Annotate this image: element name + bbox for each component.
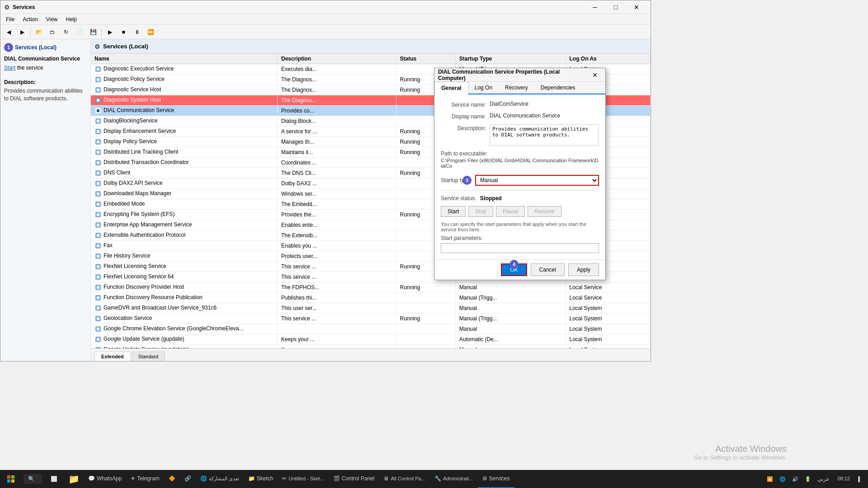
- tb-start[interactable]: ▶: [104, 26, 116, 38]
- menu-view[interactable]: View: [42, 15, 61, 23]
- startup-type-select[interactable]: Manual Automatic Automatic (Delayed Star…: [475, 175, 599, 186]
- menu-file[interactable]: File: [2, 15, 18, 23]
- taskbar-app-whatsapp[interactable]: 💬 WhatsApp: [84, 470, 126, 488]
- tab-extended[interactable]: Extended: [94, 352, 131, 361]
- cell-desc: The Extensib...: [278, 230, 396, 241]
- tb-stop[interactable]: ■: [117, 26, 130, 38]
- search-icon: 🔍: [28, 476, 35, 482]
- taskbar-app-bandicam[interactable]: 🎬 Control Panel: [329, 470, 379, 488]
- description-textarea[interactable]: Provides communication abilities to DIAL…: [490, 124, 599, 146]
- tb-restart[interactable]: ⏩: [144, 26, 157, 38]
- cell-name: Extensible Authentication Protocol: [91, 230, 278, 241]
- svg-rect-31: [97, 224, 99, 226]
- close-button[interactable]: ✕: [626, 0, 647, 14]
- col-logon[interactable]: Log On As: [566, 54, 651, 64]
- taskbar-app-sketch[interactable]: ✏ Untitled - Sket...: [278, 470, 328, 488]
- tb-export[interactable]: 📄: [73, 26, 86, 38]
- dialog-tab-general[interactable]: General: [434, 82, 468, 94]
- taskbar-app-folders[interactable]: 📁: [64, 470, 84, 488]
- cell-name: Embedded Mode: [91, 199, 278, 210]
- controlpanel-label: All Control Pa...: [391, 476, 425, 481]
- col-startup[interactable]: Startup Type: [455, 54, 566, 64]
- activate-watermark: Activate Windows Go to Settings to activ…: [694, 444, 787, 461]
- services-header-bar: ⚙ Services (Local): [91, 39, 651, 54]
- col-status[interactable]: Status: [396, 54, 455, 64]
- tray-battery[interactable]: 🔋: [802, 470, 814, 488]
- svg-rect-7: [97, 99, 99, 102]
- dialog-tab-dependencies[interactable]: Dependencies: [534, 82, 582, 94]
- tb-up[interactable]: 📂: [33, 26, 45, 38]
- taskbar-search[interactable]: 🔍: [24, 474, 42, 484]
- taskbar-app-explorer[interactable]: 📁 Sketch: [244, 470, 278, 488]
- start-params-input[interactable]: [441, 243, 599, 253]
- menu-action[interactable]: Action: [19, 15, 41, 23]
- cell-startup: Manual: [455, 345, 566, 349]
- tray-network[interactable]: 🌐: [777, 470, 788, 488]
- tab-standard[interactable]: Standard: [132, 352, 165, 361]
- taskbar-app-orange[interactable]: 🔶: [164, 470, 180, 488]
- table-row[interactable]: Function Discovery Provider Host The FDP…: [91, 282, 651, 293]
- taskbar-app-controlpanel[interactable]: 🖥 All Control Pa...: [379, 470, 429, 488]
- dialog-close-button[interactable]: ✕: [588, 68, 602, 82]
- explorer-icon: 📁: [248, 475, 255, 482]
- show-desktop[interactable]: ▌: [855, 470, 864, 488]
- start-button[interactable]: [0, 470, 22, 488]
- system-tray: 🔼 🌐 🔊 🔋 عربي 08:12 ▌: [764, 470, 868, 488]
- taskbar-app-share[interactable]: 🔗: [180, 470, 196, 488]
- taskbar-app-telegram[interactable]: ✈ Telegram: [126, 470, 164, 488]
- table-row[interactable]: Geolocation Service This service ... Run…: [91, 314, 651, 324]
- col-name[interactable]: Name: [91, 54, 278, 64]
- dialog-tab-recovery[interactable]: Recovery: [499, 82, 534, 94]
- apply-button[interactable]: Apply: [568, 263, 599, 276]
- stop-button[interactable]: Stop: [468, 206, 493, 217]
- cancel-button[interactable]: Cancel: [531, 263, 565, 276]
- start-service-link[interactable]: Start: [4, 65, 15, 71]
- tb-forward[interactable]: ▶: [16, 26, 28, 38]
- cell-desc: The Diagnos...: [278, 95, 396, 106]
- cell-name: Encrypting File System (EFS): [91, 210, 278, 220]
- tb-folder[interactable]: 🗀: [46, 26, 59, 38]
- cell-name: Dolby DAX2 API Service: [91, 178, 278, 189]
- tray-arabic-lang[interactable]: عربي: [815, 470, 832, 488]
- tb-back[interactable]: ◀: [2, 26, 15, 38]
- table-row[interactable]: Google Update Service (gupdatem) Keeps y…: [91, 345, 651, 349]
- svg-rect-11: [97, 120, 99, 122]
- tb-pause[interactable]: ⏸: [131, 26, 143, 38]
- taskbar-app-admintools[interactable]: 🔧 Administrati...: [430, 470, 478, 488]
- cell-name: Diagnostic Execution Service: [91, 64, 278, 75]
- taskbar-app-arabic[interactable]: 🌐 تعدى المشاركة: [196, 470, 244, 488]
- path-label: Path to executable:: [441, 150, 599, 157]
- svg-rect-35: [97, 244, 99, 247]
- table-row[interactable]: Function Discovery Resource Publication …: [91, 293, 651, 303]
- tray-volume[interactable]: 🔊: [789, 470, 801, 488]
- col-description[interactable]: Description: [278, 54, 396, 64]
- left-panel: 1 Services (Local) DIAL Communication Se…: [0, 39, 91, 361]
- pause-button[interactable]: Pause: [496, 206, 525, 217]
- tb-save[interactable]: 💾: [87, 26, 99, 38]
- tray-arrow[interactable]: 🔼: [764, 470, 776, 488]
- badge-4: 4: [509, 260, 519, 269]
- service-row-icon: [94, 149, 102, 156]
- cell-desc: [278, 324, 396, 334]
- startup-type-row: Startup type: 3 Manual Automatic Automat…: [441, 175, 599, 186]
- taskbar: 🔍 ⬜ 📁 💬 WhatsApp ✈ Telegram 🔶 🔗 🌐 تعدى ا…: [0, 470, 868, 488]
- cell-status: Running: [396, 314, 455, 324]
- table-row[interactable]: Google Chrome Elevation Service (GoogleC…: [91, 324, 651, 334]
- tb-refresh[interactable]: ↻: [60, 26, 72, 38]
- task-view-button[interactable]: ⬜: [44, 470, 64, 488]
- start-button[interactable]: Start: [441, 206, 466, 217]
- minimize-button[interactable]: ─: [585, 0, 605, 14]
- dialog-tab-logon[interactable]: Log On: [468, 82, 499, 94]
- table-row[interactable]: GameDVR and Broadcast User Service_931c6…: [91, 303, 651, 314]
- resume-button[interactable]: Resume: [528, 206, 561, 217]
- cell-desc: Maintains li...: [278, 147, 396, 158]
- system-clock[interactable]: 08:12: [833, 470, 855, 488]
- cell-desc: Manages th...: [278, 137, 396, 147]
- service-row-icon: [94, 86, 102, 94]
- cell-logon: Local System: [566, 345, 651, 349]
- taskbar-app-services[interactable]: ⚙ Services: [478, 470, 514, 488]
- menu-help[interactable]: Help: [62, 15, 81, 23]
- svg-rect-15: [97, 141, 99, 143]
- maximize-button[interactable]: □: [605, 0, 626, 14]
- table-row[interactable]: Google Update Service (gupdate) Keeps yo…: [91, 334, 651, 345]
